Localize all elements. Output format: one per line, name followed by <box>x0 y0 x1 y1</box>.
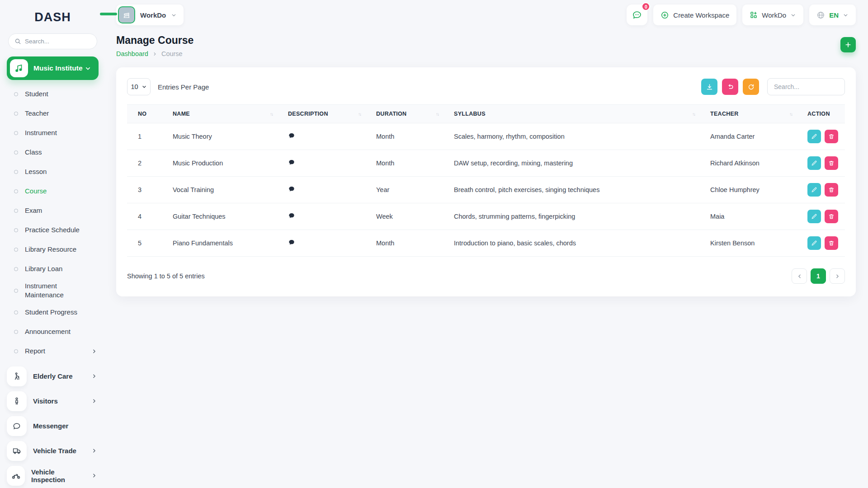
sidebar-item-vehicle-trade[interactable]: Vehicle Trade <box>0 439 105 463</box>
sidebar-item-music-institute[interactable]: Music Institute <box>7 56 99 80</box>
delete-button[interactable] <box>825 210 838 223</box>
cell-syllabus: Scales, harmony, rhythm, composition <box>443 123 699 150</box>
sidebar-item-student[interactable]: Student <box>0 84 105 104</box>
sidebar-item-elderly-care[interactable]: Elderly Care <box>0 365 105 388</box>
motorbike-icon <box>7 466 25 486</box>
sidebar-item-library-resource[interactable]: Library Resource <box>0 240 105 259</box>
description-tooltip-icon[interactable] <box>288 132 295 139</box>
cell-name: Music Production <box>162 150 277 177</box>
course-table-card: 10 Entries Per Page <box>116 67 856 296</box>
column-header-description[interactable]: DESCRIPTION↑↓ <box>277 105 365 123</box>
cell-name: Vocal Training <box>162 177 277 203</box>
table-search-input[interactable] <box>767 78 845 95</box>
cell-duration: Year <box>365 177 443 203</box>
language-code: EN <box>829 11 839 19</box>
cell-no: 1 <box>127 123 162 150</box>
column-header-syllabus[interactable]: SYLLABUS↑↓ <box>443 105 699 123</box>
trash-icon <box>828 133 835 140</box>
sidebar-item-class[interactable]: Class <box>0 143 105 162</box>
cell-duration: Month <box>365 150 443 177</box>
edit-button[interactable] <box>807 210 821 223</box>
chevron-right-icon <box>91 448 97 454</box>
edit-button[interactable] <box>807 183 821 197</box>
export-button[interactable] <box>701 79 717 95</box>
undo-arrow-icon <box>726 83 734 91</box>
breadcrumb-current: Course <box>161 50 183 57</box>
table-row: 3 Vocal Training Year Breath control, pi… <box>127 177 845 203</box>
description-tooltip-icon[interactable] <box>288 212 295 219</box>
chevron-down-icon <box>171 12 177 18</box>
sidebar: DASH Music Institute Student Teacher Ins… <box>0 0 105 488</box>
edit-button[interactable] <box>807 130 821 143</box>
description-tooltip-icon[interactable] <box>288 186 295 192</box>
create-workspace-button[interactable]: Create Workspace <box>653 5 736 25</box>
pagination-prev-button[interactable] <box>792 268 807 284</box>
sidebar-item-visitors[interactable]: Visitors <box>0 389 105 413</box>
messenger-button[interactable]: 0 <box>627 5 647 25</box>
chevron-down-icon <box>790 12 796 18</box>
sort-icon: ↑↓ <box>358 112 361 117</box>
visitor-icon <box>7 391 27 411</box>
table-footer: Showing 1 to 5 of 5 entries 1 <box>127 268 845 284</box>
pagination-next-button[interactable] <box>830 268 845 284</box>
description-tooltip-icon[interactable] <box>288 159 295 166</box>
workspace-dropdown[interactable]: WorkDo <box>742 5 803 25</box>
description-tooltip-icon[interactable] <box>288 239 295 246</box>
messenger-badge: 0 <box>642 2 650 11</box>
sidebar-item-instrument-maintenance[interactable]: Instrument Maintenance <box>0 279 95 303</box>
topbar-actions: 0 Create Workspace WorkDo <box>627 5 856 25</box>
cell-syllabus: Breath control, pitch exercises, singing… <box>443 177 699 203</box>
chevron-down-icon <box>85 65 91 72</box>
cell-name: Piano Fundamentals <box>162 230 277 257</box>
delete-button[interactable] <box>825 130 838 143</box>
add-course-button[interactable] <box>840 37 856 52</box>
reset-button[interactable] <box>722 79 738 95</box>
sidebar-item-student-progress[interactable]: Student Progress <box>0 303 105 322</box>
column-header-name[interactable]: NAME↑↓ <box>162 105 277 123</box>
bullet-icon <box>14 289 18 293</box>
sidebar-item-vehicle-inspection[interactable]: Vehicle Inspection <box>0 464 105 488</box>
refresh-button[interactable] <box>743 79 759 95</box>
pencil-icon <box>811 160 817 166</box>
breadcrumb-dashboard-link[interactable]: Dashboard <box>116 50 148 57</box>
sidebar-item-report[interactable]: Report <box>0 342 105 361</box>
delete-button[interactable] <box>825 156 838 170</box>
cell-syllabus: Introduction to piano, basic scales, cho… <box>443 230 699 257</box>
sidebar-search[interactable] <box>8 33 97 49</box>
sidebar-item-practice-schedule[interactable]: Practice Schedule <box>0 221 105 240</box>
sidebar-item-announcement[interactable]: Announcement <box>0 322 105 342</box>
table-controls: 10 Entries Per Page <box>127 78 845 95</box>
sidebar-item-messenger[interactable]: Messenger <box>0 414 105 438</box>
edit-button[interactable] <box>807 236 821 250</box>
chat-bubble-icon <box>7 416 27 436</box>
delete-button[interactable] <box>825 236 838 250</box>
sidebar-item-exam[interactable]: Exam <box>0 201 105 221</box>
trash-icon <box>828 240 835 246</box>
language-selector[interactable]: EN <box>809 5 856 25</box>
delete-button[interactable] <box>825 183 838 197</box>
column-header-duration[interactable]: DURATION↑↓ <box>365 105 443 123</box>
sidebar-item-course[interactable]: Course <box>0 182 105 201</box>
elderly-care-icon <box>7 366 27 386</box>
sidebar-item-lesson[interactable]: Lesson <box>0 162 105 182</box>
sort-icon: ↑↓ <box>692 112 695 117</box>
column-header-teacher[interactable]: TEACHER↑↓ <box>699 105 797 123</box>
pagination-page-1-button[interactable]: 1 <box>811 268 826 284</box>
workspace-switcher-button[interactable]: WorkDo <box>116 5 184 25</box>
showing-entries-text: Showing 1 to 5 of 5 entries <box>127 272 205 280</box>
sidebar-item-teacher[interactable]: Teacher <box>0 104 105 123</box>
cell-teacher: Richard Atkinson <box>699 150 797 177</box>
cell-duration: Week <box>365 203 443 230</box>
pencil-icon <box>811 187 817 193</box>
bullet-icon <box>14 349 18 353</box>
main-area: WorkDo 0 Create Workspace <box>105 0 868 488</box>
entries-per-page-select[interactable]: 10 <box>127 78 151 95</box>
edit-button[interactable] <box>807 156 821 170</box>
bullet-icon <box>14 112 18 116</box>
trash-icon <box>828 160 835 166</box>
sidebar-item-instrument[interactable]: Instrument <box>0 123 105 143</box>
sidebar-item-library-loan[interactable]: Library Loan <box>0 259 105 279</box>
page-title: Manage Course <box>116 34 193 47</box>
sidebar-search-input[interactable] <box>25 38 91 45</box>
pagination: 1 <box>792 268 845 284</box>
